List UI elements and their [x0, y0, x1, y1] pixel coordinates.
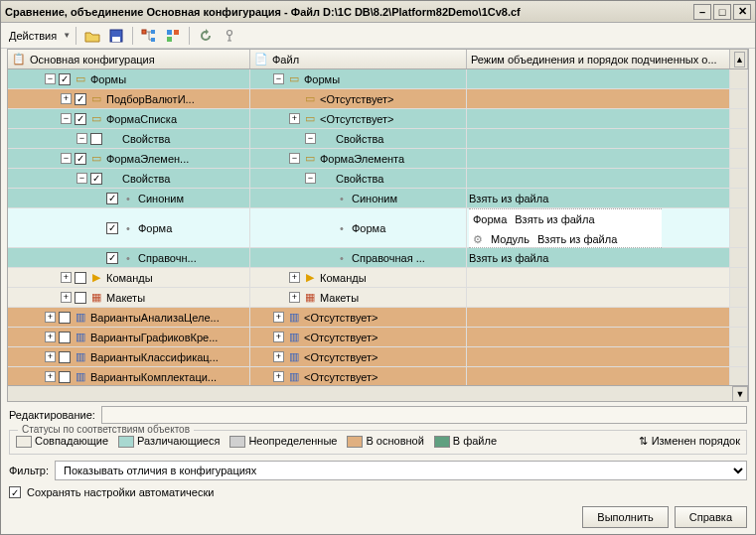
tree-label: Форма [352, 222, 385, 234]
refresh-icon[interactable] [195, 25, 217, 47]
tree-row[interactable]: +▥ВариантыКлассификац...+▥<Отсутствует> [8, 347, 748, 367]
expand-icon[interactable]: − [273, 73, 284, 84]
tree-cell-main: −▭Формы [10, 72, 126, 86]
tree-row[interactable]: +▥ВариантыАнализаЦеле...+▥<Отсутствует> [8, 308, 748, 328]
maximize-button[interactable]: □ [713, 4, 731, 20]
expand-icon[interactable]: + [61, 292, 72, 303]
checkbox[interactable] [106, 222, 118, 234]
merge-mode-cell[interactable] [467, 109, 730, 129]
merge-detail-popup[interactable]: ФормаВзять из файла⚙МодульВзять из файла [469, 208, 662, 248]
execute-button[interactable]: Выполнить [582, 506, 668, 528]
merge-mode-cell[interactable] [467, 149, 730, 169]
expand-icon[interactable]: + [45, 351, 56, 362]
tree-row[interactable]: −Свойства−Свойства [8, 129, 748, 149]
tree-label: Синоним [352, 193, 397, 204]
edit-input[interactable] [101, 406, 747, 424]
expand-icon[interactable]: + [273, 351, 284, 362]
merge-mode-cell[interactable] [467, 129, 730, 149]
status-legend: Статусы по соответствиям объектов Совпад… [9, 430, 747, 455]
checkbox[interactable] [75, 153, 86, 165]
merge-mode-cell[interactable] [467, 69, 730, 89]
tree-row[interactable]: +▦Макеты+▦Макеты [8, 288, 748, 308]
filter-select[interactable]: Показывать отличия в конфигурациях [55, 461, 747, 480]
tree-row[interactable]: +▭ПодборВалютИ...▭<Отсутствует> [8, 89, 748, 109]
dropdown-icon[interactable]: ▼ [63, 31, 71, 40]
merge-mode-cell[interactable]: Взять из файла [467, 189, 730, 208]
col-merge-mode[interactable]: Режим объединения и порядок подчиненных … [467, 50, 730, 68]
checkbox[interactable] [59, 312, 71, 324]
merge-mode-cell[interactable] [467, 288, 730, 308]
expand-icon[interactable]: − [76, 133, 87, 144]
tree-row[interactable]: •Справочн...•Справочная ...Взять из файл… [8, 248, 748, 268]
expand-icon[interactable]: − [61, 113, 72, 124]
expand-icon[interactable]: + [273, 332, 284, 342]
checkbox[interactable] [75, 113, 86, 125]
expand-icon[interactable]: + [289, 113, 300, 124]
tree-icon[interactable] [138, 25, 160, 47]
svg-rect-4 [151, 38, 155, 42]
tree-cell-file: •Форма [252, 221, 385, 235]
expand-icon[interactable]: + [45, 332, 56, 342]
actions-menu[interactable]: Действия [5, 30, 61, 42]
checkbox[interactable] [59, 73, 71, 85]
close-button[interactable]: ✕ [733, 4, 751, 20]
minimize-button[interactable]: – [693, 4, 711, 20]
scroll-up-icon[interactable]: ▲ [734, 52, 745, 67]
expand-icon[interactable]: + [45, 312, 56, 323]
comparison-grid: 📋Основная конфигурация 📄Файл Режим объед… [7, 49, 749, 402]
checkbox[interactable] [106, 193, 118, 204]
expand-icon[interactable]: + [289, 292, 300, 303]
expand-icon[interactable]: + [273, 312, 284, 323]
legend-title: Статусы по соответствиям объектов [18, 424, 194, 435]
help-button[interactable]: Справка [675, 506, 747, 528]
checkbox[interactable] [59, 351, 71, 363]
merge-mode-cell[interactable] [467, 308, 730, 328]
filter-icon[interactable] [162, 25, 184, 47]
expand-icon[interactable]: − [289, 153, 300, 164]
open-icon[interactable] [81, 25, 103, 47]
expand-icon[interactable]: − [76, 173, 87, 184]
expand-icon[interactable]: + [273, 371, 284, 382]
checkbox[interactable] [106, 252, 118, 264]
merge-mode-cell[interactable] [467, 347, 730, 367]
expand-icon[interactable]: + [45, 371, 56, 382]
expand-icon[interactable]: − [45, 73, 56, 84]
filter-row: Фильтр: Показывать отличия в конфигураци… [1, 459, 755, 484]
checkbox[interactable] [90, 173, 102, 185]
tree-row[interactable]: −▭Формы−▭Формы [8, 69, 748, 89]
tree-label: <Отсутствует> [304, 312, 378, 324]
expand-icon[interactable]: − [305, 173, 316, 184]
expand-icon[interactable]: − [305, 133, 316, 144]
checkbox[interactable] [90, 133, 102, 145]
merge-mode-cell[interactable] [467, 268, 730, 288]
tree-label: ВариантыКомплектаци... [90, 371, 217, 383]
tree-row[interactable]: −Свойства−Свойства [8, 169, 748, 189]
merge-mode-cell[interactable] [467, 169, 730, 189]
tree-row[interactable]: −▭ФормаЭлемен...−▭ФормаЭлемента [8, 149, 748, 169]
col-main-config[interactable]: 📋Основная конфигурация [8, 50, 250, 68]
tree-row[interactable]: •Синоним•СинонимВзять из файла [8, 189, 748, 208]
settings-icon[interactable] [219, 25, 240, 47]
merge-mode-cell[interactable] [467, 367, 730, 385]
checkbox[interactable] [59, 332, 71, 343]
checkbox[interactable] [75, 292, 86, 304]
merge-mode-cell[interactable]: Взять из файла [467, 248, 730, 268]
checkbox[interactable] [75, 93, 86, 105]
checkbox[interactable] [59, 371, 71, 383]
tree-row[interactable]: +▥ВариантыГрафиковКре...+▥<Отсутствует> [8, 328, 748, 347]
tree-row[interactable]: −▭ФормаСписка+▭<Отсутствует> [8, 109, 748, 129]
save-settings-checkbox[interactable] [9, 486, 21, 498]
expand-icon[interactable]: + [61, 272, 72, 283]
save-icon[interactable] [105, 25, 127, 47]
tree-row[interactable]: +▥ВариантыКомплектаци...+▥<Отсутствует> [8, 367, 748, 385]
col-file[interactable]: 📄Файл [250, 50, 467, 68]
scroll-down-icon[interactable]: ▼ [732, 386, 748, 402]
tree-row[interactable]: +▶Команды+▶Команды [8, 268, 748, 288]
expand-icon[interactable]: + [289, 272, 300, 283]
grid-body[interactable]: −▭Формы−▭Формы+▭ПодборВалютИ...▭<Отсутст… [8, 69, 748, 385]
merge-mode-cell[interactable] [467, 89, 730, 109]
merge-mode-cell[interactable] [467, 328, 730, 347]
expand-icon[interactable]: − [61, 153, 72, 164]
checkbox[interactable] [75, 272, 86, 284]
expand-icon[interactable]: + [61, 93, 72, 104]
